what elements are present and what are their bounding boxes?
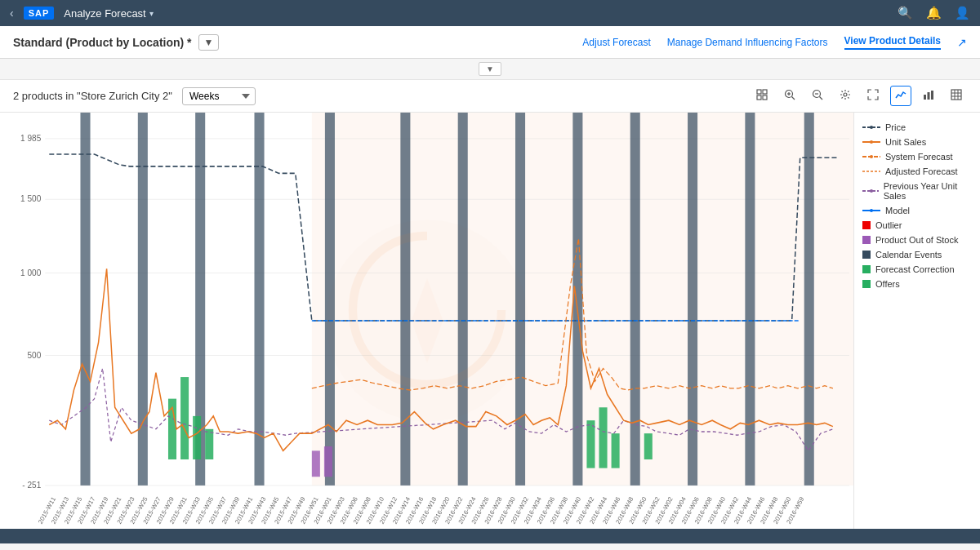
chart-container: 1 985 1 500 1 000 500 - 251	[0, 113, 980, 529]
legend-prev-year: Previous Year Unit Sales	[862, 181, 972, 201]
legend-model: Model	[862, 206, 972, 215]
svg-text:1 000: 1 000	[20, 268, 41, 277]
sub-header-left: Standard (Product by Location) * ▼	[13, 34, 219, 51]
sap-logo: SAP	[24, 7, 55, 20]
legend-out-of-stock-label: Product Out of Stock	[875, 235, 959, 245]
fullscreen-btn[interactable]	[862, 86, 884, 106]
legend-offers: Offers	[862, 279, 972, 289]
svg-rect-49	[586, 420, 595, 468]
user-icon[interactable]: 👤	[955, 6, 970, 20]
legend-calendar-events-icon	[862, 251, 871, 259]
nav-right-icons: 🔍 🔔 👤	[898, 6, 970, 20]
svg-rect-0	[757, 90, 761, 94]
manage-demand-link[interactable]: Manage Demand Influencing Factors	[667, 37, 828, 48]
svg-rect-40	[572, 113, 582, 486]
nav-title: Analyze Forecast ▾	[64, 7, 153, 20]
legend-adjusted-forecast-label: Adjusted Forecast	[885, 166, 958, 176]
svg-rect-46	[180, 377, 189, 459]
svg-line-5	[792, 97, 795, 100]
time-period-select[interactable]: Weeks Days Months	[182, 87, 256, 105]
svg-rect-47	[193, 416, 201, 459]
svg-rect-3	[763, 95, 767, 100]
svg-point-122	[870, 189, 873, 193]
svg-rect-54	[324, 446, 332, 477]
zoom-in-btn[interactable]	[779, 86, 800, 106]
chart-legend: Price Unit Sales System Forecast Adjuste…	[853, 113, 980, 529]
legend-price-label: Price	[885, 122, 906, 132]
legend-calendar-events: Calendar Events	[862, 250, 972, 259]
svg-rect-51	[612, 433, 620, 468]
svg-rect-37	[400, 113, 410, 486]
search-icon[interactable]: 🔍	[898, 6, 913, 20]
filter-right-toolbar	[751, 86, 967, 106]
svg-text:- 251: - 251	[22, 481, 41, 490]
legend-price: Price	[862, 122, 972, 132]
svg-point-117	[870, 140, 873, 144]
legend-out-of-stock: Product Out of Stock	[862, 235, 972, 245]
legend-calendar-events-label: Calendar Events	[875, 250, 942, 259]
legend-offers-label: Offers	[875, 279, 900, 289]
svg-point-124	[870, 209, 873, 212]
grid-icon-btn[interactable]	[751, 86, 773, 106]
svg-rect-52	[644, 433, 653, 459]
product-count-label: 2 products in "Store Zurich City 2"	[13, 90, 172, 102]
legend-unit-sales-label: Unit Sales	[885, 137, 926, 147]
svg-rect-13	[928, 92, 930, 100]
filter-left: 2 products in "Store Zurich City 2" Week…	[13, 87, 256, 105]
collapse-bar: ▼	[0, 59, 980, 80]
svg-rect-32	[80, 113, 90, 486]
legend-outlier-label: Outlier	[875, 220, 902, 230]
legend-offers-icon	[862, 280, 871, 288]
chart-area: 1 985 1 500 1 000 500 - 251	[0, 113, 853, 529]
nav-title-dropdown-icon[interactable]: ▾	[149, 9, 154, 18]
settings-btn[interactable]	[835, 86, 856, 106]
svg-text:1 985: 1 985	[20, 134, 41, 143]
svg-rect-1	[763, 90, 767, 94]
legend-model-label: Model	[885, 206, 910, 215]
legend-forecast-correction: Forecast Correction	[862, 264, 972, 274]
svg-rect-43	[745, 113, 755, 486]
legend-prev-year-label: Previous Year Unit Sales	[884, 181, 972, 201]
svg-text:1 500: 1 500	[20, 194, 41, 203]
adjust-forecast-link[interactable]: Adjust Forecast	[582, 37, 650, 48]
svg-rect-12	[924, 95, 926, 100]
svg-point-119	[870, 155, 873, 158]
svg-rect-38	[458, 113, 468, 486]
svg-rect-2	[757, 95, 761, 100]
legend-forecast-correction-icon	[862, 265, 871, 273]
sub-header: Standard (Product by Location) * ▼ Adjus…	[0, 26, 980, 59]
svg-text:500: 500	[27, 350, 41, 359]
svg-rect-15	[951, 90, 961, 100]
bell-icon[interactable]: 🔔	[926, 6, 942, 20]
legend-system-forecast: System Forecast	[862, 152, 972, 162]
top-nav: ‹ SAP Analyze Forecast ▾ 🔍 🔔 👤	[0, 0, 980, 26]
svg-rect-14	[931, 91, 933, 100]
svg-rect-48	[205, 429, 213, 459]
view-dropdown-button[interactable]: ▼	[198, 34, 220, 51]
svg-rect-35	[254, 113, 264, 486]
svg-point-11	[844, 93, 847, 96]
back-button[interactable]: ‹	[10, 7, 14, 20]
legend-outlier: Outlier	[862, 220, 972, 230]
nav-title-text: Analyze Forecast	[64, 7, 145, 20]
legend-out-of-stock-icon	[862, 236, 871, 244]
svg-rect-44	[804, 113, 814, 486]
legend-system-forecast-label: System Forecast	[885, 152, 953, 162]
table-btn[interactable]	[946, 86, 967, 106]
svg-rect-41	[630, 113, 640, 486]
zoom-out-btn[interactable]	[807, 86, 828, 106]
export-icon[interactable]: ↗	[957, 36, 967, 49]
legend-outlier-icon	[862, 221, 871, 229]
legend-adjusted-forecast: Adjusted Forecast	[862, 166, 972, 176]
bar-chart-btn[interactable]	[918, 86, 939, 106]
line-chart-btn[interactable]	[890, 86, 911, 106]
svg-line-9	[820, 97, 823, 100]
status-bar	[0, 529, 980, 543]
svg-rect-53	[312, 450, 320, 477]
collapse-button[interactable]: ▼	[479, 62, 501, 76]
sub-header-right: Adjust Forecast Manage Demand Influencin…	[582, 35, 967, 50]
legend-unit-sales: Unit Sales	[862, 137, 972, 147]
view-product-details-link[interactable]: View Product Details	[844, 35, 941, 50]
filter-bar: 2 products in "Store Zurich City 2" Week…	[0, 80, 980, 113]
view-title: Standard (Product by Location) *	[13, 36, 192, 49]
